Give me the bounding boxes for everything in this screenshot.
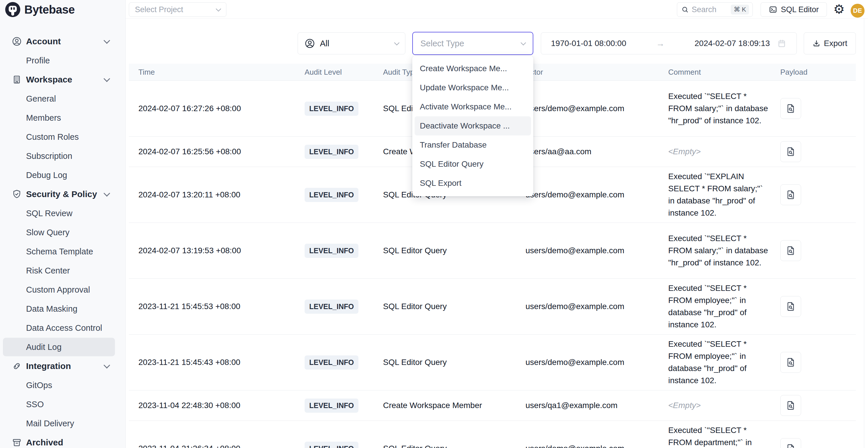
sidebar-item-debug-log[interactable]: Debug Log xyxy=(0,165,125,185)
sidebar-item-members[interactable]: Members xyxy=(0,108,125,127)
payload-cell xyxy=(770,438,856,448)
time-cell: 2023-11-21 15:45:53 +08:00 xyxy=(129,302,294,311)
sidebar-item-custom-roles[interactable]: Custom Roles xyxy=(0,127,125,147)
column-header-audit-level: Audit Level xyxy=(294,68,372,77)
audit-type-cell: SQL Editor Query xyxy=(372,444,507,448)
comment-cell: <Empty> xyxy=(657,399,770,412)
sql-editor-button[interactable]: SQL Editor xyxy=(761,2,827,17)
payload-view-button[interactable] xyxy=(780,438,801,448)
time-cell: 2024-02-07 13:20:11 +08:00 xyxy=(129,190,294,199)
type-filter-placeholder: Select Type xyxy=(421,39,464,48)
menu-item-deactivate-workspace[interactable]: Deactivate Workspace ... xyxy=(414,116,531,135)
sidebar-item-workspace[interactable]: Workspace xyxy=(0,70,125,89)
sidebar-item-schema-template[interactable]: Schema Template xyxy=(0,242,125,261)
payload-cell xyxy=(770,98,856,119)
menu-item-activate-workspace-me[interactable]: Activate Workspace Me... xyxy=(414,97,531,116)
sidebar-item-profile[interactable]: Profile xyxy=(0,51,125,70)
project-select[interactable]: Select Project xyxy=(129,2,226,17)
audit-level-cell: LEVEL_INFO xyxy=(294,355,372,370)
gear-icon[interactable]: ⚙ xyxy=(832,2,846,17)
audit-type-cell: SQL Editor Query xyxy=(372,246,507,255)
sidebar-item-integration[interactable]: Integration xyxy=(0,357,125,376)
comment-cell: Executed `"SELECT * FROM employee;"` in … xyxy=(657,338,770,387)
archive-icon xyxy=(11,437,22,448)
column-header-comment: Comment xyxy=(657,68,770,77)
brand-logo[interactable]: Bytebase xyxy=(5,2,75,18)
actor-cell: users/demo@example.com xyxy=(507,302,657,311)
sidebar-item-risk-center[interactable]: Risk Center xyxy=(0,261,125,280)
level-badge: LEVEL_INFO xyxy=(305,145,359,159)
payload-view-button[interactable] xyxy=(780,141,801,162)
sidebar-item-archived[interactable]: Archived xyxy=(0,433,125,448)
level-badge: LEVEL_INFO xyxy=(305,398,359,413)
sidebar-item-audit-log[interactable]: Audit Log xyxy=(0,338,125,357)
payload-view-button[interactable] xyxy=(780,395,801,416)
audit-level-cell: LEVEL_INFO xyxy=(294,398,372,413)
sidebar-item-sso[interactable]: SSO xyxy=(0,395,125,414)
chevron-down-icon xyxy=(104,75,110,82)
payload-view-button[interactable] xyxy=(780,296,801,317)
type-filter-select[interactable]: Select Type xyxy=(412,32,533,55)
menu-item-sql-export[interactable]: SQL Export xyxy=(414,174,531,193)
level-badge: LEVEL_INFO xyxy=(305,102,359,116)
comment-cell: Executed `"SELECT * FROM salary;"` in da… xyxy=(657,232,770,269)
menu-item-sql-editor-query[interactable]: SQL Editor Query xyxy=(414,155,531,174)
payload-view-button[interactable] xyxy=(780,98,801,119)
actor-cell: users/demo@example.com xyxy=(507,246,657,255)
sidebar: Bytebase AccountProfileWorkspaceGeneralM… xyxy=(0,0,126,448)
sidebar-item-label: Debug Log xyxy=(26,170,67,180)
actor-cell: users/demo@example.com xyxy=(507,358,657,367)
payload-cell xyxy=(770,240,856,261)
sidebar-item-label: Integration xyxy=(26,361,71,371)
sidebar-item-general[interactable]: General xyxy=(0,89,125,108)
time-cell: 2024-02-07 16:27:26 +08:00 xyxy=(129,104,294,113)
actor-filter-select[interactable]: All xyxy=(298,32,405,55)
level-badge: LEVEL_INFO xyxy=(305,244,359,258)
payload-cell xyxy=(770,141,856,162)
date-end-value[interactable]: 2024-02-07 18:09:13 xyxy=(694,39,770,48)
sidebar-item-subscription[interactable]: Subscription xyxy=(0,147,125,165)
sidebar-item-label: Account xyxy=(26,36,61,46)
menu-item-update-workspace-me[interactable]: Update Workspace Me... xyxy=(414,78,531,97)
sidebar-item-sql-review[interactable]: SQL Review xyxy=(0,204,125,223)
sidebar-item-data-access-control[interactable]: Data Access Control xyxy=(0,318,125,338)
time-cell: 2024-02-07 13:19:53 +08:00 xyxy=(129,246,294,255)
sidebar-item-label: Data Masking xyxy=(26,304,77,314)
audit-level-cell: LEVEL_INFO xyxy=(294,188,372,202)
actor-cell: users/qa1@example.com xyxy=(507,401,657,410)
menu-item-transfer-database[interactable]: Transfer Database xyxy=(414,135,531,155)
audit-level-cell: LEVEL_INFO xyxy=(294,299,372,314)
sidebar-item-mail-delivery[interactable]: Mail Delivery xyxy=(0,414,125,433)
table-row: 2023-11-21 15:45:43 +08:00LEVEL_INFOSQL … xyxy=(129,334,856,390)
sidebar-item-gitops[interactable]: GitOps xyxy=(0,376,125,395)
payload-view-button[interactable] xyxy=(780,352,801,373)
sidebar-item-label: Slow Query xyxy=(26,228,69,237)
file-search-icon xyxy=(785,357,796,367)
user-circle-icon xyxy=(11,36,22,46)
sidebar-item-security-policy[interactable]: Security & Policy xyxy=(0,185,125,204)
audit-type-cell: SQL Editor Query xyxy=(372,302,507,311)
level-badge: LEVEL_INFO xyxy=(305,442,359,448)
sidebar-item-custom-approval[interactable]: Custom Approval xyxy=(0,280,125,299)
export-label: Export xyxy=(824,39,847,48)
export-button[interactable]: Export xyxy=(804,32,856,55)
audit-type-cell: SQL Editor Query xyxy=(372,358,507,367)
payload-view-button[interactable] xyxy=(780,240,801,261)
date-start-value[interactable]: 1970-01-01 08:00:00 xyxy=(551,39,626,48)
file-search-icon xyxy=(785,301,796,312)
sidebar-item-account[interactable]: Account xyxy=(0,32,125,51)
sidebar-item-slow-query[interactable]: Slow Query xyxy=(0,223,125,242)
sidebar-item-label: Profile xyxy=(26,56,50,65)
link-icon xyxy=(11,361,22,371)
date-range-picker[interactable]: 1970-01-01 08:00:00 → 2024-02-07 18:09:1… xyxy=(541,32,797,55)
avatar[interactable]: DE xyxy=(850,4,865,18)
sidebar-item-data-masking[interactable]: Data Masking xyxy=(0,299,125,318)
menu-item-create-workspace-me[interactable]: Create Workspace Me... xyxy=(414,59,531,78)
search-input[interactable]: Search ⌘ K xyxy=(677,2,753,17)
calendar-icon[interactable] xyxy=(777,38,787,48)
comment-cell: Executed `"EXPLAIN SELECT * FROM salary;… xyxy=(657,170,770,219)
search-placeholder: Search xyxy=(692,5,717,14)
payload-view-button[interactable] xyxy=(780,184,801,205)
audit-type-cell: Create Workspace Member xyxy=(372,401,507,410)
audit-level-cell: LEVEL_INFO xyxy=(294,102,372,116)
